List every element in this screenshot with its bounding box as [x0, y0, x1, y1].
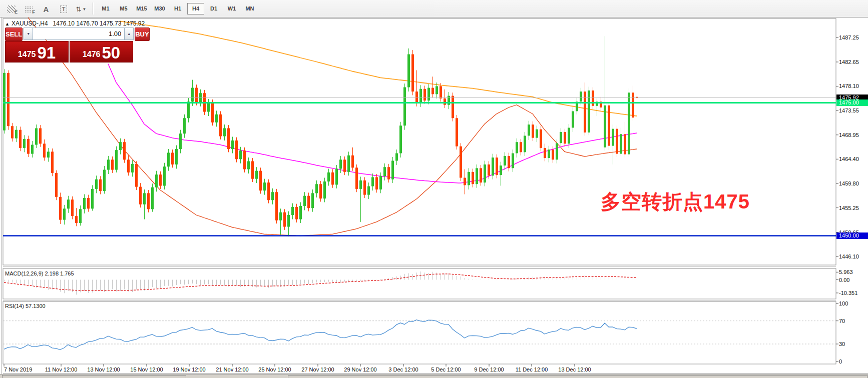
indicators-hatch-icon[interactable]: E	[5, 2, 18, 14]
price-axis-label: 1446.10	[839, 254, 859, 260]
macd-panel-border	[3, 268, 836, 299]
volume-up-button[interactable]: ▲	[124, 28, 134, 40]
timeframe-button-m1[interactable]: M1	[97, 3, 114, 14]
price-axis-label: 1455.25	[839, 205, 859, 211]
macd-axis-label: 0.00	[839, 277, 849, 283]
mt4-terminal: E F A T ⇅ ▼ M1M5M15M30H1H4D1W1MN ▲XAUUSD…	[0, 0, 868, 378]
time-axis-label: 9 Dec 12:00	[469, 366, 509, 372]
text-a-icon[interactable]: A	[40, 2, 53, 14]
volume-input[interactable]	[33, 28, 124, 40]
cursor-arrows-icon[interactable]: ⇅ ▼	[75, 2, 88, 14]
tab-segment[interactable]	[2, 375, 186, 378]
grid-dots-icon[interactable]: F	[22, 2, 35, 14]
rsi-label: RSI(14) 57.1300	[5, 303, 46, 309]
price-axis-label: 1459.80	[839, 180, 859, 186]
price-axis-label: 1468.95	[839, 132, 859, 138]
text-box-icon[interactable]: T	[57, 2, 70, 14]
chart-annotation-text: 多空转折点1475	[601, 188, 750, 216]
one-click-trade-panel: SELL ▼ ▲ BUY 1475 91 1476 50	[5, 28, 133, 62]
tbox-glyph: T	[60, 6, 68, 13]
timeframe-button-m5[interactable]: M5	[115, 3, 132, 14]
toolbar-separator	[93, 2, 94, 14]
time-axis-label: 5 Dec 12:00	[426, 366, 466, 372]
arrows-glyph: ⇅	[76, 6, 82, 13]
time-axis-label: 7 Nov 2019	[4, 366, 32, 372]
rsi-panel-border	[3, 302, 836, 364]
rsi-axis-label: 0	[839, 358, 842, 364]
time-axis-label: 15 Nov 12:00	[127, 366, 167, 372]
volume-stepper: ▼ ▲	[24, 28, 134, 40]
collapse-arrow-icon[interactable]: ▲	[5, 22, 10, 26]
dotgrid-letter: F	[33, 10, 36, 14]
hatch-letter: E	[15, 10, 18, 14]
rsi-axis-label: 100	[839, 300, 848, 306]
timeframe-button-m30[interactable]: M30	[151, 3, 168, 14]
volume-down-button[interactable]: ▼	[24, 28, 33, 40]
chevron-down-icon: ▼	[82, 7, 86, 12]
time-axis-label: 11 Nov 12:00	[41, 366, 81, 372]
time-axis-label: 3 Dec 12:00	[383, 366, 423, 372]
price-axis-label: 1473.55	[839, 108, 859, 114]
sell-price-handle: 1475	[18, 50, 36, 59]
symbol-label: XAUUSD-,H4	[12, 20, 48, 27]
buy-price-display[interactable]: 1476 50	[70, 41, 133, 62]
price-axis-label: 1487.25	[839, 34, 859, 40]
dotgrid-glyph	[25, 6, 33, 13]
chart-toolbar: E F A T ⇅ ▼ M1M5M15M30H1H4D1W1MN	[0, 0, 868, 18]
sell-button[interactable]: SELL	[5, 28, 23, 41]
symbol-ohlc-line: ▲XAUUSD-,H41476.10 1476.70 1475.73 1475.…	[5, 20, 145, 27]
time-axis-label: 29 Nov 12:00	[340, 366, 380, 372]
hatch-glyph	[7, 6, 16, 13]
timeframe-button-d1[interactable]: D1	[205, 3, 222, 14]
price-axis-label: 1464.40	[839, 156, 859, 162]
bottom-tab-strip	[0, 374, 868, 378]
time-axis-label: 19 Nov 12:00	[169, 366, 209, 372]
time-axis-label: 13 Nov 12:00	[84, 366, 124, 372]
letter-a-glyph: A	[44, 5, 49, 14]
timeframe-button-w1[interactable]: W1	[223, 3, 240, 14]
time-axis-label: 27 Nov 12:00	[298, 366, 338, 372]
chart-window: ▲XAUUSD-,H41476.10 1476.70 1475.73 1475.…	[0, 17, 868, 374]
support-price-badge: 1475.00	[836, 100, 868, 106]
timeframe-button-h4[interactable]: H4	[187, 3, 204, 14]
rsi-axis-label: 70	[839, 318, 845, 324]
price-axis-label: 1478.10	[839, 83, 859, 89]
price-axis-label: 1482.65	[839, 59, 859, 65]
timeframe-button-h1[interactable]: H1	[169, 3, 186, 14]
tab-segment[interactable]	[288, 375, 867, 378]
sell-price-pips: 91	[37, 46, 56, 60]
lower-price-badge: 1450.00	[836, 232, 868, 239]
macd-label: MACD(12,26,9) 2.198 1.765	[5, 270, 74, 276]
buy-price-pips: 50	[102, 46, 120, 60]
buy-price-handle: 1476	[83, 50, 101, 59]
rsi-axis-label: 30	[839, 341, 845, 347]
macd-axis-label: 5.963	[839, 269, 853, 275]
time-axis-label: 25 Nov 12:00	[255, 366, 295, 372]
time-axis-label: 13 Dec 12:00	[555, 366, 595, 372]
time-axis-label: 21 Nov 12:00	[212, 366, 252, 372]
sell-price-display[interactable]: 1475 91	[5, 41, 69, 62]
timeframe-buttons: M1M5M15M30H1H4D1W1MN	[97, 3, 259, 14]
ohlc-values: 1476.10 1476.70 1475.73 1475.92	[53, 20, 145, 27]
timeframe-button-m15[interactable]: M15	[133, 3, 150, 14]
timeframe-button-mn[interactable]: MN	[241, 3, 258, 14]
buy-button[interactable]: BUY	[135, 28, 149, 41]
macd-axis-label: -10.351	[839, 290, 857, 296]
time-axis-label: 11 Dec 12:00	[512, 366, 552, 372]
